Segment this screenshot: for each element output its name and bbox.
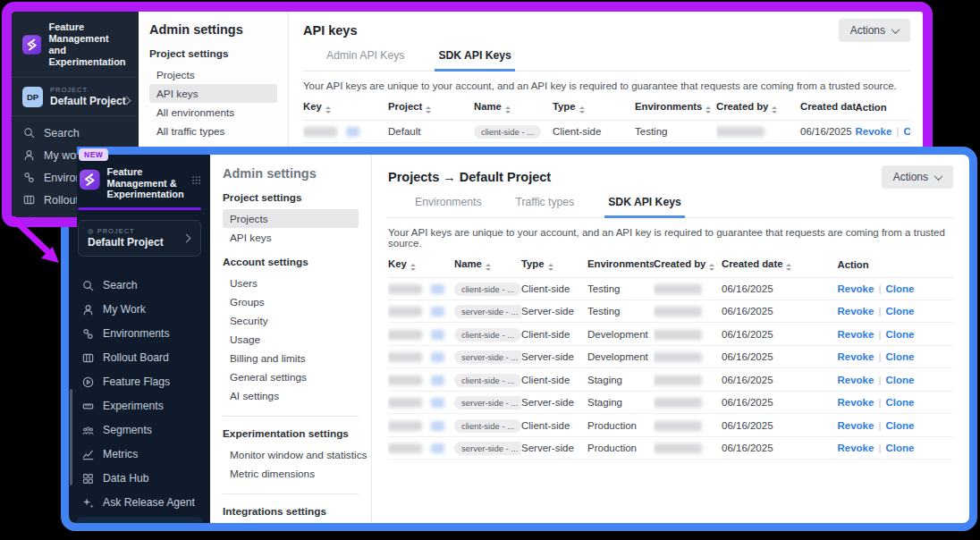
sidebar-item-experiments[interactable]: Experiments [69, 394, 210, 418]
copy-icon[interactable] [431, 284, 444, 294]
sidebar-item-ask-release-agent[interactable]: Ask Release Agent [69, 491, 210, 515]
project-selector[interactable]: DP PROJECT Default Project [12, 78, 139, 116]
clone-link[interactable]: Clone [885, 375, 914, 385]
sidebar-item-environments[interactable]: Environments [69, 322, 210, 346]
sidebar-item-fme-settings[interactable]: FME Settings [76, 517, 203, 532]
sidebar-item-my-work[interactable]: My Work [69, 298, 210, 322]
project-avatar: DP [22, 87, 43, 107]
column-header[interactable]: Key [303, 95, 388, 120]
sidebar-item-search[interactable]: Search [12, 122, 139, 144]
column-header[interactable]: Action [856, 95, 911, 120]
admin-nav-item[interactable]: AI settings [223, 386, 359, 405]
copy-icon[interactable] [431, 421, 444, 431]
column-header[interactable]: Environments [635, 95, 716, 120]
revoke-link[interactable]: Revoke [838, 351, 874, 362]
copy-icon[interactable] [431, 375, 444, 385]
sort-icon[interactable] [709, 264, 714, 271]
tab-sdk-api-keys[interactable]: SDK API Keys [604, 196, 685, 218]
sort-icon[interactable] [772, 106, 777, 114]
clone-link[interactable]: Clone [885, 420, 914, 431]
admin-nav-item[interactable]: Projects [149, 65, 277, 84]
sidebar-item-search[interactable]: Search [69, 274, 210, 298]
column-header[interactable]: Created date [800, 95, 856, 120]
admin-nav-item[interactable]: API keys [223, 228, 359, 247]
environment-cell: Testing [635, 120, 716, 142]
actions-button[interactable]: Actions [839, 19, 910, 42]
copy-icon[interactable] [431, 443, 444, 453]
column-header[interactable]: Created by [654, 252, 722, 277]
sort-icon[interactable] [505, 106, 511, 114]
clone-link[interactable]: Clone [885, 306, 914, 316]
revoke-link[interactable]: Revoke [838, 375, 874, 385]
brand-title: Feature Management and Experimentation [48, 21, 130, 68]
copy-icon[interactable] [431, 352, 444, 362]
tab-environments[interactable]: Environments [411, 196, 486, 217]
sidebar-item-rollout-board[interactable]: Rollout Board [69, 346, 210, 370]
app-grid-icon[interactable] [191, 173, 201, 187]
admin-nav-item[interactable]: All environments [149, 103, 277, 122]
revoke-link[interactable]: Revoke [838, 397, 874, 408]
admin-nav-item[interactable]: Groups [223, 292, 359, 311]
tab-admin-api-keys[interactable]: Admin API Keys [323, 49, 408, 71]
clone-link[interactable]: Clone [885, 443, 914, 453]
sidebar-scrollbar[interactable] [70, 389, 72, 485]
key-cell [388, 368, 454, 391]
admin-nav-item[interactable]: Billing and limits [223, 349, 359, 367]
copy-icon[interactable] [431, 330, 444, 340]
sort-icon[interactable] [410, 264, 416, 271]
copy-icon[interactable] [431, 307, 444, 316]
clone-link[interactable]: Clone [885, 397, 914, 408]
sidebar-item-feature-flags[interactable]: Feature Flags [69, 370, 210, 394]
table-row: client-side - ... Client-side Production… [388, 414, 953, 436]
tab-sdk-api-keys[interactable]: SDK API Keys [435, 49, 515, 72]
redacted-created-by [654, 375, 702, 385]
column-header[interactable]: Created by [716, 95, 800, 120]
sidebar-item-metrics[interactable]: Metrics [69, 443, 210, 467]
project-selector[interactable]: ◎ PROJECT Default Project [78, 220, 201, 257]
key-name-pill: client-side - ... [454, 419, 521, 433]
revoke-link[interactable]: Revoke [838, 443, 874, 453]
actions-button[interactable]: Actions [882, 165, 953, 189]
column-header[interactable]: Key [388, 252, 454, 277]
admin-nav-item[interactable]: API keys [149, 84, 277, 103]
created-date-cell: 06/16/2025 [722, 323, 838, 345]
revoke-link[interactable]: Revoke [856, 126, 892, 137]
sort-icon[interactable] [548, 264, 553, 271]
admin-nav-item[interactable]: Usage [223, 330, 359, 349]
sort-icon[interactable] [786, 264, 791, 271]
copy-icon[interactable] [346, 127, 359, 137]
admin-nav-item[interactable]: Monitor window and statistics [223, 445, 359, 464]
copy-icon[interactable] [431, 398, 444, 408]
key-name-pill: client-side - ... [474, 125, 541, 139]
column-header[interactable]: Type [521, 252, 587, 277]
revoke-link[interactable]: Revoke [838, 306, 874, 316]
admin-nav-item[interactable]: All traffic types [149, 122, 277, 140]
sidebar-item-segments[interactable]: Segments [69, 418, 210, 443]
admin-nav-item[interactable]: Security [223, 311, 359, 330]
sort-icon[interactable] [486, 264, 491, 271]
column-header[interactable]: Action [838, 252, 954, 277]
sort-icon[interactable] [325, 106, 331, 114]
column-header[interactable]: Name [474, 95, 553, 120]
column-header[interactable]: Environments [587, 252, 654, 277]
clone-link[interactable]: Clone [903, 126, 910, 137]
revoke-link[interactable]: Revoke [838, 329, 874, 340]
tab-traffic-types[interactable]: Traffic types [512, 196, 579, 217]
column-header[interactable]: Type [553, 95, 635, 120]
clone-link[interactable]: Clone [885, 283, 914, 294]
column-header[interactable]: Name [454, 252, 521, 277]
admin-nav-item[interactable]: Projects [223, 209, 359, 228]
sort-icon[interactable] [705, 106, 711, 114]
admin-nav-item[interactable]: Users [223, 274, 359, 292]
column-header[interactable]: Project [388, 95, 474, 120]
revoke-link[interactable]: Revoke [838, 420, 874, 431]
sort-icon[interactable] [426, 106, 431, 114]
admin-nav-item[interactable]: Metric dimensions [223, 464, 359, 483]
clone-link[interactable]: Clone [885, 351, 914, 362]
column-header[interactable]: Created date [722, 252, 838, 277]
sidebar-item-data-hub[interactable]: Data Hub [69, 467, 210, 491]
revoke-link[interactable]: Revoke [838, 283, 874, 294]
admin-nav-item[interactable]: General settings [223, 367, 359, 386]
sort-icon[interactable] [579, 106, 585, 114]
clone-link[interactable]: Clone [885, 329, 914, 340]
